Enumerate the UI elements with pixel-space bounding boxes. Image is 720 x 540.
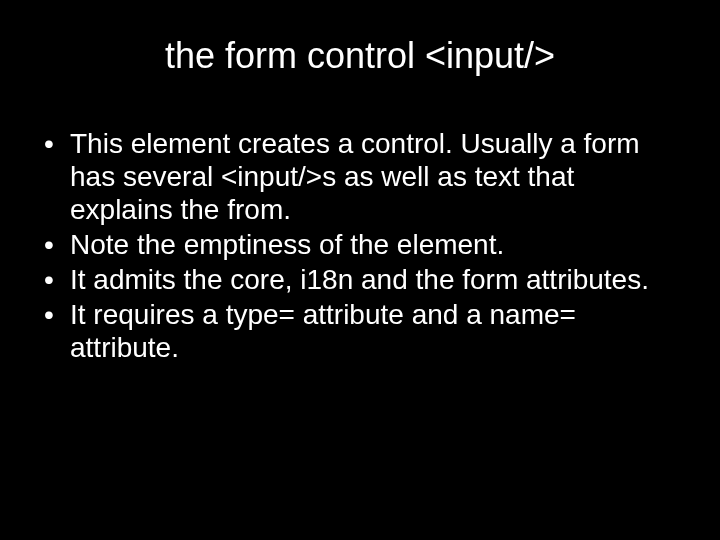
bullet-list: This element creates a control. Usually … bbox=[36, 127, 660, 364]
list-item: It requires a type= attribute and a name… bbox=[36, 298, 660, 364]
list-item: It admits the core, i18n and the form at… bbox=[36, 263, 660, 296]
slide: the form control <input/> This element c… bbox=[0, 0, 720, 540]
list-item: This element creates a control. Usually … bbox=[36, 127, 660, 226]
list-item: Note the emptiness of the element. bbox=[36, 228, 660, 261]
slide-title: the form control <input/> bbox=[30, 35, 690, 77]
slide-content: This element creates a control. Usually … bbox=[30, 127, 690, 364]
